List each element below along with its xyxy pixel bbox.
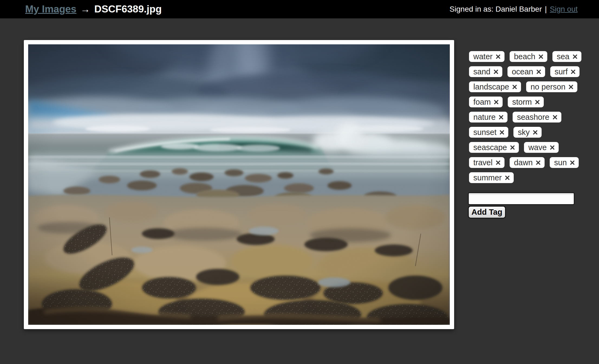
breadcrumb-current: DSCF6389.jpg	[94, 4, 162, 15]
tag-pill[interactable]: sea	[552, 51, 581, 62]
tag-label: sunset	[473, 128, 496, 137]
new-tag-input[interactable]	[468, 192, 575, 205]
tag-pill[interactable]: summer	[469, 172, 514, 183]
remove-tag-icon[interactable]	[499, 115, 504, 120]
tag-pill[interactable]: dawn	[510, 157, 545, 168]
tag-pill[interactable]: storm	[508, 97, 544, 107]
tag-label: beach	[514, 52, 535, 61]
remove-tag-icon[interactable]	[493, 69, 499, 74]
tag-label: travel	[473, 158, 493, 167]
tag-label: dawn	[514, 158, 533, 167]
tag-label: seascape	[473, 143, 507, 152]
remove-tag-icon[interactable]	[499, 130, 504, 135]
tag-pill[interactable]: sun	[550, 157, 579, 168]
remove-tag-icon[interactable]	[538, 54, 543, 59]
tag-label: storm	[512, 98, 532, 107]
tag-pill[interactable]: foam	[469, 97, 503, 107]
tag-label: landscape	[473, 82, 509, 91]
session-info: Signed in as: Daniel Barber | Sign out	[450, 5, 578, 14]
tag-label: surf	[555, 67, 568, 76]
tag-pill[interactable]: ocean	[507, 66, 545, 77]
tag-label: nature	[473, 113, 496, 122]
tag-row: travel dawn sun	[469, 157, 585, 168]
add-tag-button[interactable]: Add Tag	[468, 206, 506, 219]
tag-pill[interactable]: travel	[469, 157, 504, 168]
remove-tag-icon[interactable]	[496, 54, 501, 59]
tag-pill[interactable]: seashore	[513, 112, 561, 123]
tag-label: sand	[473, 67, 490, 76]
remove-tag-icon[interactable]	[535, 100, 540, 105]
signed-in-text: Signed in as: Daniel Barber	[450, 5, 542, 14]
remove-tag-icon[interactable]	[512, 84, 517, 90]
tag-row: seascape wave	[469, 142, 585, 153]
tag-label: sea	[557, 52, 569, 61]
tag-pill[interactable]: wave	[524, 142, 559, 153]
remove-tag-icon[interactable]	[550, 145, 555, 150]
remove-tag-icon[interactable]	[570, 160, 575, 165]
tag-pill[interactable]: seascape	[469, 142, 519, 153]
remove-tag-icon[interactable]	[568, 84, 574, 90]
photo-frame	[24, 40, 454, 329]
tag-label: sun	[554, 158, 567, 167]
tag-row: sand ocean surf	[469, 66, 585, 77]
tag-label: ocean	[512, 67, 533, 76]
tag-pill[interactable]: surf	[550, 66, 580, 77]
remove-tag-icon[interactable]	[496, 160, 501, 165]
top-bar: My Images → DSCF6389.jpg Signed in as: D…	[0, 0, 599, 18]
session-separator: |	[545, 5, 547, 14]
tag-row: foam storm	[469, 97, 585, 107]
remove-tag-icon[interactable]	[571, 69, 576, 74]
tag-label: foam	[473, 98, 491, 107]
remove-tag-icon[interactable]	[572, 54, 578, 59]
tag-list: water beach sea sand ocean surf landscap…	[469, 51, 585, 183]
tag-panel: water beach sea sand ocean surf landscap…	[469, 51, 585, 187]
tag-pill[interactable]: no person	[526, 81, 577, 92]
tag-label: wave	[528, 143, 547, 152]
tag-row: sunset sky	[469, 127, 585, 138]
remove-tag-icon[interactable]	[536, 69, 541, 74]
breadcrumb-arrow-icon: →	[80, 4, 90, 15]
remove-tag-icon[interactable]	[552, 115, 558, 120]
tag-label: sky	[518, 128, 530, 137]
sign-out-link[interactable]: Sign out	[550, 5, 578, 14]
tag-row: landscape no person	[469, 81, 585, 92]
tag-pill[interactable]: water	[469, 51, 504, 62]
breadcrumb: My Images → DSCF6389.jpg	[25, 4, 162, 15]
tag-pill[interactable]: sky	[513, 127, 542, 138]
tag-row: summer	[469, 172, 585, 183]
tag-label: seashore	[517, 113, 549, 122]
tag-pill[interactable]: beach	[510, 51, 547, 62]
remove-tag-icon[interactable]	[533, 130, 538, 135]
tag-row: nature seashore	[469, 112, 585, 123]
tag-pill[interactable]: nature	[469, 112, 507, 123]
my-images-link[interactable]: My Images	[25, 4, 76, 15]
remove-tag-icon[interactable]	[494, 100, 499, 105]
remove-tag-icon[interactable]	[536, 160, 541, 165]
tag-pill[interactable]: sand	[469, 66, 502, 77]
tag-pill[interactable]: sunset	[469, 127, 508, 138]
remove-tag-icon[interactable]	[505, 175, 510, 180]
tag-label: no person	[530, 82, 565, 91]
tag-label: water	[473, 52, 493, 61]
photo-seascape	[28, 44, 450, 325]
tag-pill[interactable]: landscape	[469, 81, 521, 92]
tag-row: water beach sea	[469, 51, 585, 62]
remove-tag-icon[interactable]	[510, 145, 515, 150]
tag-label: summer	[473, 173, 502, 182]
